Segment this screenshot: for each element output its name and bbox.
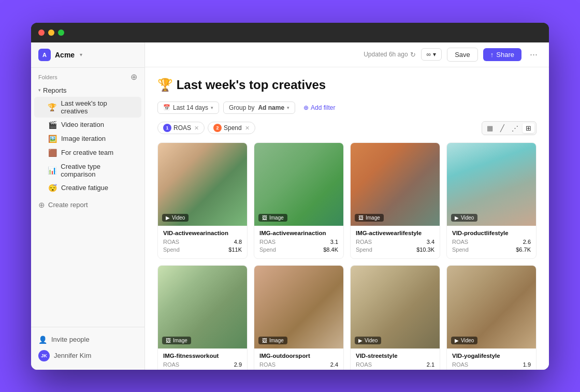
creative-type-badge-6: 🖼 Image [258,337,287,344]
group-chevron-icon: ▾ [287,105,289,110]
spend-value-8: $4.3K [516,369,531,370]
reports-group-header[interactable]: ▾ Reports [31,84,144,96]
app-window: A Acme ▾ Folders ⊕ ▾ Reports 🏆 Last week… [31,23,549,370]
creative-spend-row-2: Spend $8.4K [259,246,338,253]
more-options-button[interactable]: ··· [527,48,541,61]
spend-label-6: Spend [259,369,276,370]
sidebar-item-creative-fatigue[interactable]: 😴 Creative fatigue [34,181,141,195]
sidebar-item-for-creative-team[interactable]: 🟫 For creative team [34,146,141,159]
date-range-filter[interactable]: 📅 Last 14 days ▾ [157,101,219,114]
video-icon: 🎬 [48,121,57,129]
workspace-chevron-icon[interactable]: ▾ [80,52,82,57]
metric-roas-remove-button[interactable]: ✕ [194,125,199,132]
metric-tag-spend[interactable]: 2 Spend ✕ [208,122,255,134]
spend-label-2: Spend [259,246,276,253]
create-report-label: Create report [48,201,88,209]
video-type-icon: ▶ [455,215,459,221]
creative-info-5: IMG-fitnessworkout ROAS 2.9 Spend $9.1K [158,349,247,370]
save-button[interactable]: Save [447,48,478,62]
spend-value-4: $6.7K [516,246,531,253]
roas-label-6: ROAS [259,361,276,368]
roas-value-2: 3.1 [330,239,338,245]
creative-spend-row-1: Spend $11K [163,246,242,253]
create-report-button[interactable]: ⊕ Create report [31,197,144,213]
creative-card-2[interactable]: 🖼 Image IMG-activewearinaction ROAS 3.1 … [254,142,344,259]
invite-people-button[interactable]: 👤 Invite people [31,332,144,347]
minimize-button[interactable] [48,30,54,36]
metric-spend-remove-button[interactable]: ✕ [245,125,250,132]
creative-roas-row-3: ROAS 3.4 [356,239,434,245]
creative-card-6[interactable]: 🖼 Image IMG-outdoorsport ROAS 2.4 Spend … [254,265,344,370]
sidebar-item-label: For creative team [61,149,113,156]
creative-info-8: VID-yogalifestyle ROAS 1.9 Spend $4.3K [447,349,536,370]
creative-spend-row-4: Spend $6.7K [452,246,531,253]
reports-group-label: Reports [43,86,67,94]
roas-label-3: ROAS [356,239,372,245]
metric-spend-label: Spend [224,124,242,132]
spend-value-2: $8.4K [323,246,338,253]
creative-spend-row-8: Spend $4.3K [452,369,531,370]
sidebar-item-label: Last week's top creatives [61,99,134,115]
creative-type-badge-7: ▶ Video [355,337,381,344]
sidebar-item-label: Creative fatigue [61,184,108,192]
line-chart-view-toggle[interactable]: ╱ [497,123,508,133]
creative-card-4[interactable]: ▶ Video VID-productlifestyle ROAS 2.6 Sp… [446,142,536,259]
creative-info-6: IMG-outdoorsport ROAS 2.4 Spend $7.8K [254,349,343,370]
share-button[interactable]: ↑ Share [483,48,521,61]
creative-card-5[interactable]: 🖼 Image IMG-fitnessworkout ROAS 2.9 Spen… [157,265,248,370]
team-icon: 🟫 [48,149,57,157]
add-filter-label: Add filter [311,104,335,111]
metric-tag-roas[interactable]: 1 ROAS ✕ [157,122,205,134]
creative-card-3[interactable]: 🖼 Image IMG-activewearlifestyle ROAS 3.4… [350,142,440,259]
group-by-value: Ad name [258,104,284,111]
roas-label-4: ROAS [452,239,468,245]
roas-value-1: 4.8 [234,239,242,245]
maximize-button[interactable] [58,30,64,36]
calendar-icon: 📅 [163,104,170,111]
creative-info-7: VID-streetstyle ROAS 2.1 Spend $5.9K [351,349,440,370]
creative-name-4: VID-productlifestyle [452,230,531,236]
creative-info-1: VID-activewearinaction ROAS 4.8 Spend $1… [158,226,247,258]
add-filter-button[interactable]: ⊕ Add filter [299,102,339,113]
spend-label-4: Spend [452,246,469,253]
folders-label: Folders [38,74,57,80]
sidebar-item-last-weeks-top-creatives[interactable]: 🏆 Last week's top creatives [34,97,141,118]
grid-view-toggle[interactable]: ⊞ [523,123,534,133]
close-button[interactable] [38,30,45,36]
creative-card-7[interactable]: ▶ Video VID-streetstyle ROAS 2.1 Spend $… [350,265,440,370]
view-mode-dropdown[interactable]: ∞ ▾ [421,48,442,61]
image-icon: 🖼️ [48,135,57,143]
view-toggles: ▦ ╱ ⋰ ⊞ [482,121,536,135]
roas-label-8: ROAS [452,361,468,368]
creative-card-8[interactable]: ▶ Video VID-yogalifestyle ROAS 1.9 Spend… [446,265,536,370]
sidebar-item-video-iteration[interactable]: 🎬 Video iteration [34,118,141,132]
reports-group: ▾ Reports 🏆 Last week's top creatives 🎬 … [31,83,144,196]
date-range-label: Last 14 days [173,104,208,111]
bar-chart-view-toggle[interactable]: ▦ [484,123,496,133]
creative-thumb-2: 🖼 Image [254,143,343,226]
chart-icon: 📊 [48,166,56,175]
refresh-icon[interactable]: ↻ [410,51,416,59]
group-by-filter[interactable]: Group by Ad name ▾ [223,101,295,114]
creative-type-badge-8: ▶ Video [451,337,477,344]
user-name: Jennifer Kim [54,352,91,359]
share-label: Share [496,51,514,59]
folders-section: Folders ⊕ [31,68,144,83]
user-profile-button[interactable]: JK Jennifer Kim [31,347,144,365]
creative-spend-row-7: Spend $5.9K [356,369,434,370]
creative-thumb-5: 🖼 Image [158,266,247,349]
sidebar-item-image-iteration[interactable]: 🖼️ Image iteration [34,132,141,146]
creative-card-1[interactable]: ▶ Video VID-activewearinaction ROAS 4.8 … [157,142,248,259]
creative-thumb-8: ▶ Video [447,266,536,349]
create-report-icon: ⊕ [38,200,45,210]
spend-label-8: Spend [452,369,469,370]
roas-label-1: ROAS [163,239,179,245]
view-chevron-icon: ▾ [433,51,436,58]
creative-roas-row-5: ROAS 2.9 [163,361,242,368]
sidebar-item-label: Image iteration [61,135,106,142]
traffic-lights [38,30,64,36]
scatter-view-toggle[interactable]: ⋰ [509,123,521,133]
creative-info-3: IMG-activewearlifestyle ROAS 3.4 Spend $… [351,226,440,258]
sidebar-item-creative-type-comparison[interactable]: 📊 Creative type comparison [34,160,141,181]
add-folder-button[interactable]: ⊕ [130,73,137,81]
